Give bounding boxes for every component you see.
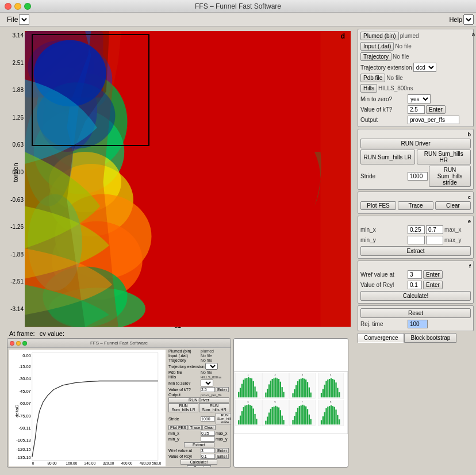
reset-button[interactable]: Reset — [360, 308, 471, 318]
svg-text:-15.02: -15.02 — [19, 364, 31, 369]
run-sum-hr-button[interactable]: RUN Sum_hills HR — [417, 150, 471, 164]
maximize-button[interactable] — [24, 3, 31, 10]
pdb-button[interactable]: Pdb file — [360, 74, 385, 82]
mini-title-g: FFS – Funnel Fast Software — [7, 339, 231, 348]
svg-rect-136 — [310, 419, 311, 424]
menu-bar: File ▾ Help ▾ — [0, 13, 476, 26]
run-driver-button[interactable]: RUN Driver — [360, 139, 471, 148]
svg-rect-46 — [246, 378, 247, 397]
mini-min-g[interactable] — [16, 341, 21, 346]
plot-fes-button[interactable]: Plot FES — [360, 201, 396, 210]
clear-button[interactable]: Clear — [435, 201, 471, 210]
min-x-label: min_x — [360, 227, 406, 233]
mini-content-g: 0.00 -15.02 -30.04 -45.07 -60.07 -75.09 … — [7, 348, 231, 468]
svg-rect-89 — [331, 378, 332, 397]
svg-rect-108 — [256, 419, 257, 424]
svg-rect-74 — [301, 379, 302, 398]
bootstrap-tab[interactable]: Block bootstrap — [404, 333, 456, 343]
hills-button[interactable]: Hills — [360, 84, 377, 93]
min-zero-select[interactable]: yes no — [408, 94, 431, 104]
window-controls[interactable] — [5, 3, 31, 10]
help-dropdown[interactable]: ▾ — [463, 14, 474, 25]
svg-text:3: 3 — [302, 374, 303, 376]
svg-rect-79 — [309, 388, 310, 397]
panel-f: f Wref value at Enter Value of Rcyl Ente… — [358, 261, 474, 304]
min-x-input[interactable] — [408, 225, 425, 234]
svg-rect-50 — [253, 381, 254, 397]
heatmap-plot[interactable] — [25, 31, 351, 327]
svg-rect-80 — [310, 393, 311, 397]
svg-rect-71 — [295, 385, 297, 397]
svg-rect-117 — [275, 406, 276, 425]
svg-rect-113 — [268, 412, 270, 424]
svg-rect-70 — [294, 389, 295, 397]
svg-rect-69 — [292, 393, 293, 397]
rcyl-enter-button[interactable]: Enter — [423, 281, 443, 289]
minimize-button[interactable] — [14, 3, 21, 10]
run-sum-stride-button[interactable]: RUN Sum_hills stride — [429, 166, 471, 187]
svg-rect-142 — [325, 408, 327, 424]
traj-ext-select[interactable]: dcd xtc — [413, 63, 436, 72]
max-x-input[interactable] — [426, 225, 443, 234]
svg-rect-130 — [301, 405, 302, 424]
svg-rect-49 — [251, 378, 252, 397]
svg-rect-140 — [323, 416, 324, 424]
svg-rect-55 — [265, 393, 266, 397]
bottom-panels: FFS – Funnel Fast Software 0.00 -15.02 -… — [5, 338, 351, 470]
input-dat-button[interactable]: Input (.dat) — [360, 42, 394, 51]
svg-rect-120 — [280, 410, 281, 424]
mini-max-g[interactable] — [22, 341, 27, 346]
section-e-label: e — [360, 219, 471, 224]
file-menu[interactable]: File ▾ — [2, 13, 34, 26]
svg-rect-135 — [309, 415, 310, 424]
stride-label: Stride — [360, 173, 406, 179]
svg-text:0.00: 0.00 — [22, 353, 31, 358]
svg-rect-94 — [339, 392, 340, 397]
rej-time-input[interactable] — [408, 320, 428, 328]
min-y-input[interactable] — [408, 236, 425, 244]
max-y-label: max_y — [444, 237, 461, 243]
svg-rect-129 — [299, 406, 300, 424]
at-frame-bar: At frame: cv value: — [5, 329, 351, 338]
svg-text:deltaG: deltaG — [14, 405, 20, 417]
svg-rect-122 — [283, 420, 284, 424]
max-y-input[interactable] — [426, 236, 443, 244]
svg-rect-29 — [32, 353, 158, 460]
svg-rect-52 — [256, 392, 257, 397]
svg-text:-105.13: -105.13 — [16, 438, 30, 443]
svg-text:80.00: 80.00 — [48, 461, 57, 465]
close-button[interactable] — [5, 3, 11, 10]
pdb-value: No file — [386, 75, 402, 81]
plot-container: 3.14 2.51 1.88 1.26 0.63 0.00 -0.63 -1.2… — [5, 31, 351, 313]
main-content: 3.14 2.51 1.88 1.26 0.63 0.00 -0.63 -1.2… — [0, 26, 476, 475]
svg-text:-120.15: -120.15 — [16, 447, 30, 452]
wref-enter-button[interactable]: Enter — [423, 270, 443, 279]
svg-rect-83 — [321, 393, 322, 397]
trajectory-button[interactable]: Trajectory — [360, 52, 391, 61]
plumed-bin-button[interactable]: Plumed (bin) — [360, 32, 399, 40]
file-dropdown[interactable]: ▾ — [19, 14, 29, 25]
svg-rect-93 — [337, 388, 338, 398]
svg-rect-56 — [267, 389, 268, 397]
svg-rect-128 — [297, 408, 298, 424]
svg-rect-43 — [241, 384, 243, 398]
kt-enter-button[interactable]: Enter — [426, 105, 446, 114]
hills-value: HILLS_800ns — [378, 85, 413, 91]
output-input[interactable] — [408, 116, 459, 124]
run-sum-lr-button[interactable]: RUN Sum_hills LR — [360, 150, 415, 164]
convergence-tab[interactable]: Convergence — [358, 333, 404, 343]
sidebar: a Plumed (bin) plumed Input (.dat) No fi… — [355, 26, 476, 475]
y-axis-label: torsion — [12, 163, 19, 182]
extract-button[interactable]: Extract — [360, 246, 471, 256]
stride-input[interactable] — [408, 172, 428, 181]
svg-text:-30.04: -30.04 — [19, 376, 31, 381]
kt-input[interactable] — [408, 105, 425, 114]
svg-rect-66 — [283, 392, 284, 397]
trace-button[interactable]: Trace — [398, 201, 433, 210]
svg-text:5: 5 — [247, 401, 248, 404]
mini-close-g[interactable] — [10, 341, 14, 346]
help-label: Help — [449, 16, 462, 23]
calculate-button[interactable]: Calculate! — [360, 291, 471, 301]
wref-input[interactable] — [408, 270, 422, 279]
rcyl-input[interactable] — [408, 281, 422, 289]
